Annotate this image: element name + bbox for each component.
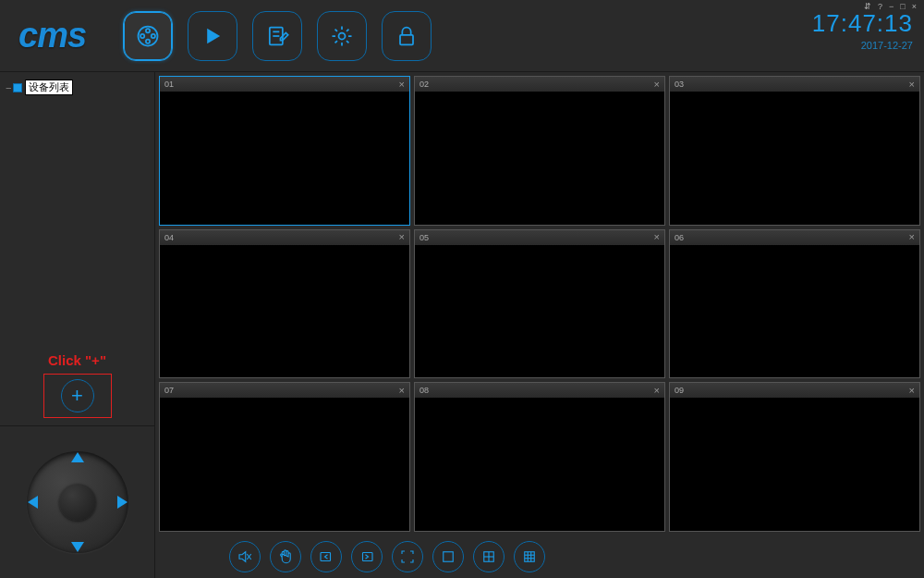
tree-root-item[interactable]: − 设备列表	[6, 80, 149, 95]
app-window: ⇵ ? − □ × cms 17:47:13 20	[0, 0, 924, 578]
ptz-center-button[interactable]	[59, 484, 96, 521]
cell-id: 06	[675, 233, 684, 242]
note-edit-icon	[264, 23, 290, 49]
cell-id: 02	[419, 80, 429, 89]
mute-icon	[237, 548, 253, 565]
video-cell[interactable]: 05 ×	[414, 229, 665, 379]
fullscreen-button[interactable]	[392, 541, 423, 572]
svg-point-1	[146, 29, 150, 32]
ptz-right-button[interactable]	[117, 496, 128, 509]
top-nav	[123, 11, 432, 61]
cell-id: 03	[675, 80, 684, 89]
cell-id: 05	[419, 233, 429, 242]
logo: cms	[18, 16, 86, 55]
add-device-area: Click "+" +	[0, 345, 154, 425]
svg-point-4	[146, 39, 150, 43]
svg-rect-15	[444, 552, 454, 562]
cell-header: 02 ×	[415, 77, 664, 92]
top-bar: ⇵ ? − □ × cms 17:47:13 20	[0, 0, 924, 72]
cell-header: 09 ×	[670, 383, 919, 398]
settings-button[interactable]	[317, 11, 367, 61]
hand-button[interactable]	[270, 541, 301, 572]
fullscreen-icon	[399, 548, 416, 565]
cell-id: 07	[164, 386, 174, 395]
layout-1-icon	[440, 548, 456, 565]
server-icon	[13, 83, 22, 92]
cell-header: 01 ×	[160, 77, 409, 92]
cell-id: 08	[419, 386, 429, 395]
tree-root-label: 设备列表	[25, 80, 73, 95]
content-area: 01 × 02 × 03 ×	[155, 72, 924, 578]
live-view-button[interactable]	[123, 11, 173, 61]
clock-time: 17:47:13	[812, 9, 913, 38]
video-cell[interactable]: 02 ×	[414, 76, 665, 226]
playback-button[interactable]	[188, 11, 237, 61]
hand-icon	[277, 548, 294, 565]
ptz-down-button[interactable]	[71, 542, 84, 552]
play-icon	[200, 23, 225, 49]
prev-page-button[interactable]	[310, 541, 342, 572]
svg-point-3	[152, 33, 155, 37]
bottom-toolbar	[155, 535, 924, 578]
video-cell[interactable]: 03 ×	[669, 76, 920, 226]
cell-header: 03 ×	[670, 77, 919, 92]
clock: 17:47:13 2017-12-27	[812, 9, 913, 51]
cell-close-button[interactable]: ×	[399, 386, 405, 396]
cell-close-button[interactable]: ×	[909, 232, 915, 242]
cell-close-button[interactable]: ×	[654, 386, 660, 396]
cell-id: 09	[675, 386, 684, 395]
video-cell[interactable]: 06 ×	[669, 229, 920, 379]
svg-point-2	[140, 33, 144, 37]
svg-rect-19	[525, 552, 535, 562]
video-cell[interactable]: 08 ×	[414, 382, 665, 532]
svg-point-9	[339, 32, 346, 39]
log-button[interactable]	[252, 11, 302, 61]
layout-9-icon	[521, 548, 538, 565]
svg-marker-5	[207, 28, 220, 43]
ptz-left-button[interactable]	[28, 496, 38, 509]
video-cell[interactable]: 07 ×	[159, 382, 410, 532]
add-device-button[interactable]: +	[61, 379, 94, 412]
click-hint-label: Click "+"	[48, 352, 106, 368]
add-highlight-box: +	[43, 374, 112, 418]
layout-4-button[interactable]	[473, 541, 505, 572]
layout-9-button[interactable]	[514, 541, 545, 572]
ptz-panel	[0, 425, 154, 578]
lock-icon	[394, 23, 419, 49]
video-cell[interactable]: 09 ×	[669, 382, 920, 532]
cell-close-button[interactable]: ×	[654, 232, 660, 242]
main-area: − 设备列表 Click "+" +	[0, 72, 924, 578]
lock-button[interactable]	[382, 11, 432, 61]
video-cell[interactable]: 01 ×	[159, 76, 410, 226]
cell-close-button[interactable]: ×	[654, 80, 660, 90]
cell-id: 01	[164, 80, 174, 89]
svg-rect-10	[400, 34, 413, 44]
cell-close-button[interactable]: ×	[399, 80, 405, 90]
cell-close-button[interactable]: ×	[399, 232, 405, 242]
ptz-control	[22, 447, 133, 558]
mute-button[interactable]	[229, 541, 261, 572]
cell-header: 07 ×	[160, 383, 409, 398]
layout-4-icon	[480, 548, 497, 565]
cell-close-button[interactable]: ×	[909, 80, 915, 90]
ptz-up-button[interactable]	[71, 452, 84, 462]
gear-icon	[329, 23, 355, 49]
cell-header: 08 ×	[415, 383, 664, 398]
sidebar: − 设备列表 Click "+" +	[0, 72, 155, 578]
next-icon	[359, 548, 375, 565]
video-cell[interactable]: 04 ×	[159, 229, 410, 379]
cell-id: 04	[164, 233, 174, 242]
next-page-button[interactable]	[351, 541, 383, 572]
device-tree: − 设备列表	[0, 72, 154, 345]
clock-date: 2017-12-27	[812, 40, 913, 51]
layout-1-button[interactable]	[432, 541, 464, 572]
cell-header: 05 ×	[415, 230, 664, 245]
film-reel-icon	[135, 23, 161, 49]
cell-header: 04 ×	[160, 230, 409, 245]
prev-icon	[318, 548, 334, 565]
video-grid: 01 × 02 × 03 ×	[155, 72, 924, 535]
cell-header: 06 ×	[670, 230, 919, 245]
cell-close-button[interactable]: ×	[909, 386, 915, 396]
